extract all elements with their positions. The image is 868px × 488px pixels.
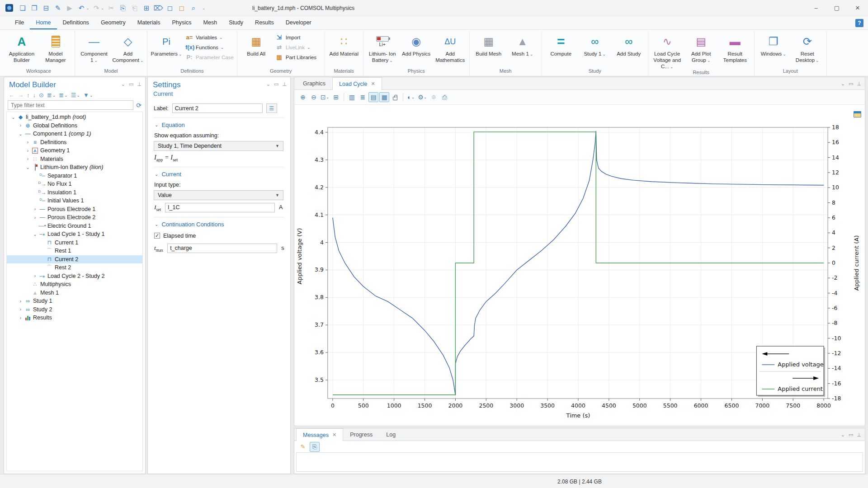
delete-icon[interactable]: ⌦ — [152, 2, 164, 14]
float-panel-icon[interactable]: ▭ — [849, 432, 853, 438]
ribbon-button-reset-desktop[interactable]: ⟳Reset Desktop⌄ — [791, 32, 824, 67]
tree-item-materials[interactable]: ›∷Materials — [7, 155, 142, 164]
clear-log-icon[interactable]: ✎ — [298, 442, 308, 452]
ribbon-button-import[interactable]: ⇲Import — [275, 33, 321, 42]
tree-item-load-cycle-1-study-1[interactable]: ⌄–⁎Load Cycle 1 - Study 1 — [7, 230, 142, 239]
tree-item-definitions[interactable]: ›≡Definitions — [7, 138, 142, 147]
create-selection-icon[interactable]: ◻ — [164, 2, 176, 14]
tree-item-separator-1[interactable]: D–Separator 1 — [7, 172, 142, 180]
messages-tab-messages[interactable]: Messages✕ — [296, 428, 343, 441]
ribbon-button-model-manager[interactable]: Model Manager — [39, 32, 72, 67]
tree-item-multiphysics[interactable]: ∴Multiphysics — [7, 280, 142, 289]
save-as-icon[interactable]: ✎ — [52, 2, 64, 14]
ribbon-button-mesh-1[interactable]: ▲Mesh 1⌄ — [506, 32, 539, 67]
expander-open-icon[interactable]: ⌄ — [25, 165, 31, 170]
ribbon-button-add-study[interactable]: ∞Add Study — [612, 32, 646, 67]
new-file-icon[interactable]: ❏ — [17, 2, 28, 14]
open-file-icon[interactable]: ❒ — [28, 2, 40, 14]
messages-tab-log[interactable]: Log — [379, 428, 402, 441]
collapse-all-icon[interactable]: ≣⌄ — [47, 92, 56, 99]
continuation-section-header[interactable]: ⌄ Continuation Conditions — [154, 217, 284, 231]
dropdown-caret-icon[interactable]: ⌄ — [86, 6, 90, 10]
pin-panel-icon[interactable]: ⊥ — [137, 81, 142, 87]
image-snapshot-icon[interactable]: ⌾ — [429, 92, 439, 102]
ribbon-button-load-cycle-voltage-and-c[interactable]: ∿Load Cycle Voltage and C...⌄ — [651, 32, 684, 70]
minimize-button[interactable]: – — [806, 0, 826, 16]
label-input[interactable] — [172, 103, 263, 113]
help-button[interactable]: ? — [855, 19, 863, 27]
lock-axes-icon[interactable] — [390, 92, 400, 102]
tree-item-rest-1[interactable]: ⌒Rest 1 — [7, 247, 142, 255]
expander-closed-icon[interactable]: › — [32, 215, 38, 220]
ribbon-tab-physics[interactable]: Physics — [166, 16, 197, 29]
ribbon-button-add-component[interactable]: ◇Add Component⌄ — [111, 32, 145, 67]
tree-item-porous-electrode-2[interactable]: ›―Porous Electrode 2 — [7, 213, 142, 222]
tree-item-porous-electrode-1[interactable]: ›―Porous Electrode 1 — [7, 205, 142, 214]
move-up-icon[interactable]: ↑ — [27, 92, 30, 99]
ribbon-button-windows[interactable]: ❐Windows⌄ — [757, 32, 790, 67]
close-tab-icon[interactable]: ✕ — [371, 81, 375, 87]
tree-item-rest-2[interactable]: ⌒Rest 2 — [7, 263, 142, 272]
ribbon-button-compute[interactable]: =Compute — [544, 32, 578, 67]
current-section-header[interactable]: ⌄ Current — [154, 167, 284, 181]
ribbon-button-study-1[interactable]: ∞Study 1⌄ — [578, 32, 612, 67]
save-icon[interactable]: ⊟ — [40, 2, 52, 14]
tree-item-current-1[interactable]: ⊓Current 1 — [7, 239, 142, 247]
ribbon-button-result-templates[interactable]: ▬Result Templates — [718, 32, 752, 67]
collapse-panel-icon[interactable]: ⌄ — [841, 432, 845, 438]
ribbon-button-build-mesh[interactable]: ▦Build Mesh — [472, 32, 505, 67]
maximize-button[interactable]: ▢ — [826, 0, 847, 16]
equation-section-header[interactable]: ⌄ Equation — [154, 118, 284, 131]
tree-item-results[interactable]: ›Results — [7, 314, 142, 322]
tree-item-global-definitions[interactable]: ›⊕Global Definitions — [7, 122, 142, 130]
axis-limits-icon[interactable]: ▥ — [347, 92, 357, 102]
float-panel-icon[interactable]: ▭ — [849, 81, 853, 87]
pin-panel-icon[interactable]: ⊥ — [857, 432, 861, 438]
tree-item-initial-values-1[interactable]: D–Initial Values 1 — [7, 197, 142, 205]
ribbon-tab-geometry[interactable]: Geometry — [95, 16, 132, 29]
go-back-icon[interactable]: ← — [9, 92, 14, 99]
ribbon-button-lithium-ion-battery[interactable]: Li+Lithium- Ion Battery⌄ — [366, 32, 399, 67]
dropdown-caret-icon[interactable]: ⌄ — [101, 6, 105, 10]
close-tab-icon[interactable]: ✕ — [332, 432, 336, 438]
ribbon-tab-file[interactable]: File — [9, 16, 30, 29]
ribbon-tab-results[interactable]: Results — [249, 16, 280, 29]
tree-item-component-1[interactable]: ⌄―Component 1(comp 1) — [7, 130, 142, 138]
scene-settings-icon[interactable]: ⚙⌄ — [417, 92, 428, 102]
expander-open-icon[interactable]: ⌄ — [18, 131, 24, 136]
elapsed-time-checkbox[interactable] — [154, 233, 160, 239]
tree-item-li-battery-1d-mph[interactable]: ⌄◆li_battery_1d.mph(root) — [7, 113, 142, 122]
expander-closed-icon[interactable]: › — [32, 273, 38, 278]
tree-item-current-2[interactable]: ⊓Current 2 — [7, 255, 142, 264]
zoom-in-icon[interactable]: ⊕ — [298, 92, 308, 102]
ribbon-button-parameters[interactable]: PiParameters⌄ — [150, 32, 183, 67]
ribbon-tab-home[interactable]: Home — [30, 16, 57, 29]
zoom-extents-icon[interactable]: ⊡⌄ — [320, 92, 330, 102]
expander-closed-icon[interactable]: › — [18, 299, 24, 304]
graphics-flyout-icon[interactable] — [854, 111, 861, 117]
float-panel-icon[interactable]: ▭ — [274, 81, 278, 87]
ribbon-button-application-builder[interactable]: AApplication Builder — [5, 32, 38, 67]
pin-panel-icon[interactable]: ⊥ — [282, 81, 287, 87]
model-tree-node-text-icon[interactable]: ☰⌄ — [71, 92, 80, 99]
collapse-panel-icon[interactable]: ⌄ — [121, 81, 125, 87]
ribbon-tab-materials[interactable]: Materials — [132, 16, 166, 29]
iset-input[interactable] — [165, 203, 275, 212]
expander-closed-icon[interactable]: › — [25, 156, 31, 161]
copy-icon[interactable]: ⎘ — [117, 2, 129, 14]
graphics-tab-graphics[interactable]: Graphics — [296, 77, 332, 89]
ribbon-button-part-libraries[interactable]: ▥Part Libraries — [275, 53, 321, 61]
tree-item-geometry-1[interactable]: ›AGeometry 1 — [7, 146, 142, 155]
expander-closed-icon[interactable]: › — [18, 315, 24, 320]
tree-item-insulation-1[interactable]: D→Insulation 1 — [7, 188, 142, 197]
zoom-out-icon[interactable]: ⊖ — [309, 92, 319, 102]
copy-text-icon[interactable]: ⎘ — [310, 442, 320, 452]
pin-panel-icon[interactable]: ⊥ — [857, 81, 861, 87]
expander-closed-icon[interactable]: › — [32, 206, 38, 211]
tree-item-study-1[interactable]: ›∞Study 1 — [7, 297, 142, 305]
ribbon-button-add-physics[interactable]: ◉Add Physics — [400, 32, 433, 67]
ribbon-button-build-all[interactable]: ▦Build All — [240, 32, 273, 67]
print-icon[interactable]: ⎙ — [439, 92, 449, 102]
refresh-icon[interactable]: ⟳ — [136, 102, 142, 109]
tree-item-study-2[interactable]: ›∞Study 2 — [7, 305, 142, 314]
